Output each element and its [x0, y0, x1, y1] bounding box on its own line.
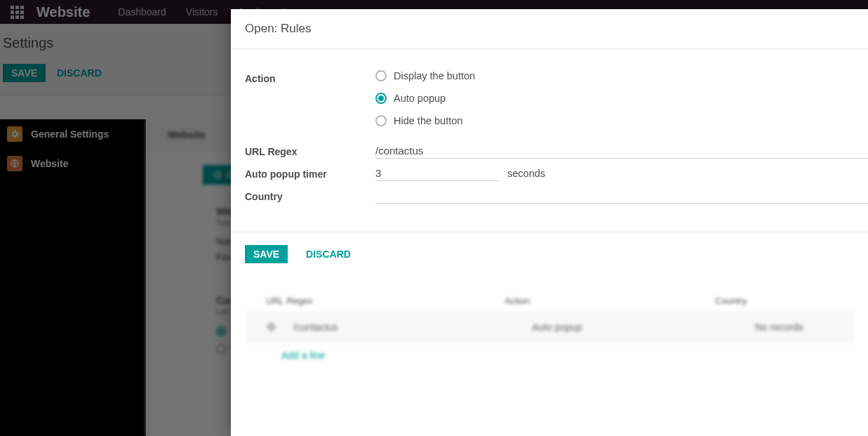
- radio-display-button[interactable]: Display the button: [375, 70, 868, 81]
- drag-handle-icon[interactable]: ✥: [266, 319, 276, 335]
- bg-col-action: Action: [505, 296, 715, 306]
- field-auto-popup-timer: Auto popup timer seconds: [245, 166, 868, 181]
- bg-col-country: Country: [715, 296, 833, 306]
- radio-icon: [375, 93, 387, 104]
- bg-col-url: URL Regex: [266, 296, 505, 306]
- radio-hide-button[interactable]: Hide the button: [375, 115, 868, 126]
- seconds-label: seconds: [507, 168, 545, 179]
- dialog-discard-button[interactable]: DISCARD: [298, 245, 359, 263]
- url-regex-input[interactable]: [375, 143, 868, 159]
- action-radio-group: Display the button Auto popup Hide the b…: [375, 70, 868, 126]
- radio-icon: [375, 115, 387, 126]
- bg-rules-table: URL Regex Action Country ✥ /contactus Au…: [231, 276, 868, 368]
- radio-label: Auto popup: [394, 93, 446, 104]
- rules-dialog: Open: Rules Action Display the button Au…: [231, 9, 868, 436]
- bg-cell-action: Auto popup: [532, 322, 742, 333]
- bg-rule-row[interactable]: ✥ /contactus Auto popup No records: [245, 312, 854, 343]
- dialog-title: Open: Rules: [231, 9, 868, 49]
- bg-add-a-line[interactable]: Add a line: [245, 343, 854, 368]
- field-action: Action Display the button Auto popup Hid…: [245, 70, 868, 126]
- timer-input[interactable]: [375, 166, 499, 181]
- bg-cell-country: No records: [755, 322, 833, 333]
- radio-label: Display the button: [394, 70, 475, 81]
- dialog-body: Action Display the button Auto popup Hid…: [231, 49, 868, 232]
- radio-label: Hide the button: [394, 115, 462, 126]
- field-country: Country: [245, 188, 868, 204]
- radio-auto-popup[interactable]: Auto popup: [375, 93, 868, 104]
- radio-icon: [375, 70, 387, 81]
- field-url-regex: URL Regex: [245, 143, 868, 159]
- country-label: Country: [245, 188, 375, 202]
- dialog-save-button[interactable]: SAVE: [245, 245, 288, 263]
- action-label: Action: [245, 70, 375, 84]
- bg-cell-url: /contactus: [293, 322, 519, 333]
- dialog-footer: SAVE DISCARD: [231, 232, 868, 276]
- url-regex-label: URL Regex: [245, 143, 375, 157]
- timer-label: Auto popup timer: [245, 166, 375, 180]
- country-input[interactable]: [375, 188, 868, 204]
